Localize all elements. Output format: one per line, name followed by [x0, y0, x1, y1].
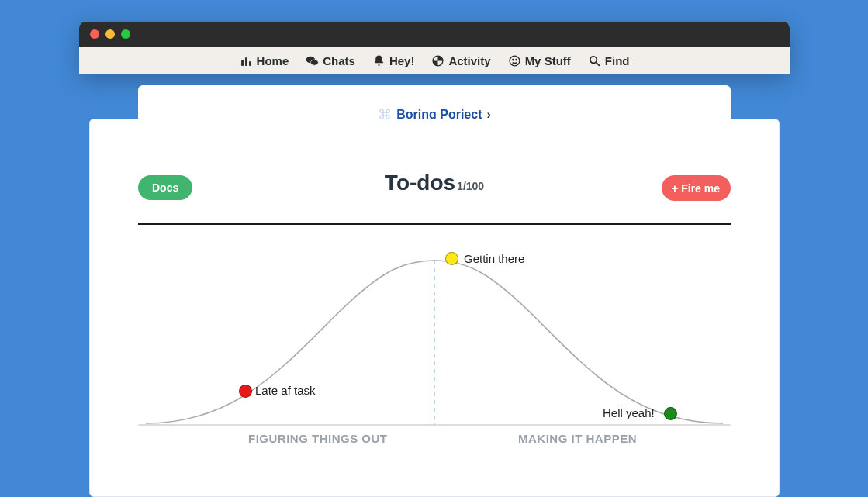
- svg-point-7: [516, 59, 517, 60]
- nav-mystuff[interactable]: My Stuff: [508, 54, 571, 67]
- header-divider: [138, 223, 731, 225]
- nav-activity-label: Activity: [448, 54, 490, 67]
- nav-activity[interactable]: Activity: [431, 54, 490, 67]
- main-card: Docs To-dos 1/100 + Fire me Late af task…: [89, 119, 780, 497]
- svg-point-4: [311, 60, 319, 65]
- search-icon: [588, 54, 601, 67]
- hill-axis-right: MAKING IT HAPPEN: [518, 432, 637, 445]
- hill-dot-green-label: Hell yeah!: [603, 406, 655, 419]
- hill-dot-red[interactable]: [239, 385, 252, 398]
- nav-find[interactable]: Find: [588, 54, 630, 67]
- top-nav: Home Chats Hey! Activity My Stuff: [79, 47, 790, 74]
- nav-hey-label: Hey!: [389, 54, 415, 67]
- svg-rect-2: [249, 61, 251, 66]
- hill-dot-red-label: Late af task: [255, 384, 316, 397]
- window-close-icon[interactable]: [90, 29, 99, 39]
- nav-mystuff-label: My Stuff: [525, 54, 571, 67]
- svg-point-5: [510, 56, 520, 66]
- bell-icon: [372, 54, 386, 67]
- svg-line-9: [596, 62, 599, 65]
- hill-dot-green[interactable]: [664, 407, 677, 420]
- window-titlebar: [79, 22, 790, 47]
- nav-home-label: Home: [257, 54, 289, 67]
- svg-rect-0: [241, 60, 244, 66]
- hill-curve-svg: [138, 257, 731, 467]
- hill-dot-yellow[interactable]: [445, 252, 458, 265]
- hill-dot-yellow-label: Gettin there: [464, 252, 524, 265]
- svg-point-6: [512, 59, 513, 60]
- nav-find-label: Find: [605, 54, 630, 67]
- page-title: To-dos: [385, 171, 455, 195]
- nav-chats[interactable]: Chats: [306, 54, 355, 67]
- window-zoom-icon[interactable]: [121, 29, 130, 39]
- app-window: Home Chats Hey! Activity My Stuff: [79, 22, 790, 74]
- nav-home[interactable]: Home: [240, 54, 289, 67]
- nav-chats-label: Chats: [323, 54, 355, 67]
- card-header: Docs To-dos 1/100 + Fire me: [138, 175, 731, 206]
- plus-icon: +: [671, 181, 678, 195]
- activity-icon: [431, 54, 444, 67]
- svg-rect-1: [245, 57, 247, 66]
- window-minimize-icon[interactable]: [105, 29, 115, 39]
- chats-icon: [306, 54, 319, 67]
- hill-chart: Late af task Gettin there Hell yeah! FIG…: [138, 257, 731, 467]
- nav-hey[interactable]: Hey!: [372, 54, 415, 67]
- smile-icon: [508, 54, 521, 67]
- page-title-count: 1/100: [457, 180, 484, 192]
- docs-button[interactable]: Docs: [138, 175, 192, 200]
- home-icon: [240, 54, 253, 67]
- hill-axis-left: FIGURING THINGS OUT: [248, 432, 388, 445]
- svg-point-8: [590, 56, 597, 63]
- fire-me-button[interactable]: + Fire me: [662, 175, 731, 201]
- fire-me-label: Fire me: [681, 182, 720, 195]
- page-title-wrap: To-dos 1/100: [385, 171, 484, 195]
